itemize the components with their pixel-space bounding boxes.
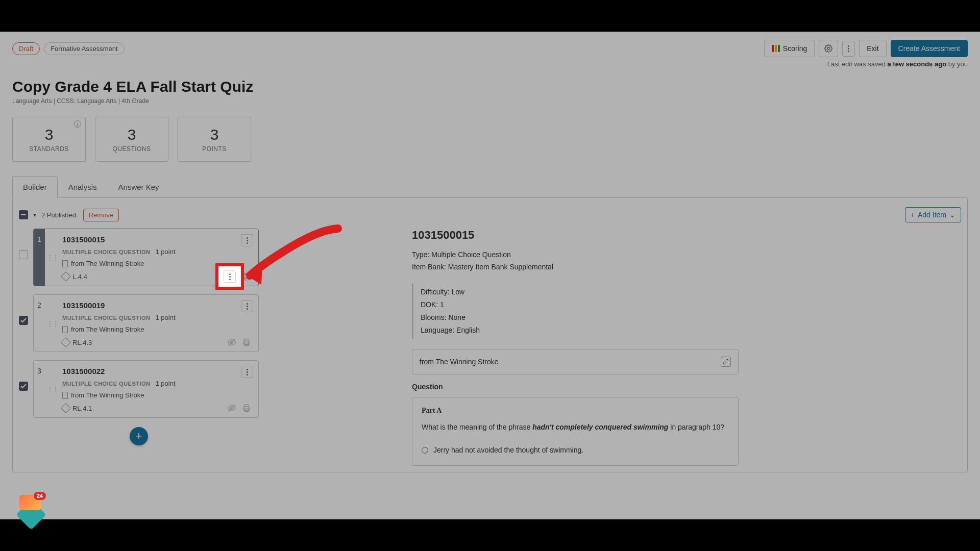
last-edit-status: Last edit was saved a few seconds ago by… [0,57,980,68]
detail-bank: Item Bank: Mastery Item Bank Supplementa… [412,261,739,273]
published-count: 2 Published: [41,211,78,219]
info-icon[interactable]: i [74,120,81,128]
detail-type: Type: Multiple Choice Question [412,249,739,261]
items-column: 1 ⋮⋮ 1031500015 MULTIPLE CHOICE QUESTION… [19,229,259,441]
item-checkbox[interactable] [19,382,28,391]
tag-icon [61,271,71,282]
item-standard: RL.4.1 [72,405,92,412]
annotation-highlight-box [215,263,244,290]
status-badges: Draft Formative Assessment [12,42,125,55]
add-item-label: Add Item [918,211,946,219]
item-row: 2 ⋮⋮ 1031500019 MULTIPLE CHOICE QUESTION… [19,294,259,352]
item-number: 3 [34,361,45,417]
item-body: 1031500019 MULTIPLE CHOICE QUESTION 1 po… [45,295,258,352]
item-type: MULTIPLE CHOICE QUESTION [62,381,151,387]
print-icon[interactable] [242,338,251,346]
top-toolbar: Draft Formative Assessment Scoring Exit … [0,32,980,57]
chat-widget[interactable]: 24 [19,495,41,510]
scoring-bars-icon [772,45,780,52]
item-source: from The Winning Stroke [71,325,144,333]
tag-icon [61,403,71,413]
page-subtitle: Language Arts | CCSS: Language Arts | 4t… [12,97,968,105]
tabs: Builder Analysis Answer Key [0,162,980,198]
letterbox-top [0,0,980,32]
plus-icon: + [911,211,915,219]
scoring-button[interactable]: Scoring [764,40,815,57]
stat-value: 3 [45,126,54,143]
drag-handle-icon[interactable]: ⋮⋮ [47,254,58,261]
formative-badge: Formative Assessment [44,42,125,55]
stat-value: 3 [128,126,136,143]
drag-handle-icon[interactable]: ⋮⋮ [47,320,58,327]
expand-icon[interactable] [721,357,731,367]
more-vertical-icon [848,45,849,52]
add-fab[interactable]: + [130,427,148,445]
item-source: from The Winning Stroke [71,391,144,399]
item-checkbox[interactable] [19,250,28,259]
detail-panel: 1031500015 Type: Multiple Choice Questio… [412,229,739,466]
item-id: 1031500022 [62,367,251,375]
add-item-button[interactable]: + Add Item ⌄ [905,207,961,222]
chevron-down-icon: ⌄ [949,211,955,219]
letterbox-bottom [0,519,980,551]
item-standard: L.4.4 [72,273,87,281]
title-section: Copy Grade 4 ELA Fall Start Quiz Languag… [0,68,980,107]
item-menu-button[interactable] [241,300,253,312]
item-id: 1031500019 [62,301,251,310]
bulk-select-checkbox[interactable] [19,210,28,219]
item-source: from The Winning Stroke [71,260,144,267]
eye-off-icon[interactable] [227,338,237,346]
item-body: 1031500022 MULTIPLE CHOICE QUESTION 1 po… [45,361,258,417]
attr-dok: DOK: 1 [421,298,739,311]
tab-builder[interactable]: Builder [12,176,58,198]
tab-answer-key[interactable]: Answer Key [108,176,170,198]
chevron-down-icon[interactable]: ▾ [33,211,36,218]
plus-icon: + [136,430,142,443]
stat-points[interactable]: 3 POINTS [178,117,251,162]
item-points: 1 point [156,380,176,387]
stats-row: i 3 STANDARDS 3 QUESTIONS 3 POINTS [0,107,980,162]
exit-button[interactable]: Exit [859,40,886,57]
eye-off-icon[interactable] [227,404,237,412]
app-frame: Draft Formative Assessment Scoring Exit … [0,32,980,519]
more-vertical-icon [247,369,248,375]
more-vertical-icon [247,303,248,310]
question-box: Part A What is the meaning of the phrase… [412,397,739,466]
chat-badge: 24 [34,492,46,500]
create-assessment-button[interactable]: Create Assessment [891,40,968,57]
settings-button[interactable] [819,40,838,57]
toolbar-actions: Scoring Exit Create Assessment [764,40,968,57]
radio-icon [422,447,428,454]
print-icon[interactable] [242,404,251,412]
remove-button[interactable]: Remove [83,209,119,221]
drag-handle-icon[interactable]: ⋮⋮ [47,386,58,393]
tab-analysis[interactable]: Analysis [58,176,108,198]
answer-text: Jerry had not avoided the thought of swi… [433,446,583,454]
item-number: 2 [34,295,45,352]
stat-standards[interactable]: i 3 STANDARDS [12,117,86,162]
tag-icon [61,337,71,347]
item-type: MULTIPLE CHOICE QUESTION [62,249,151,255]
detail-attributes: Difficulty: Low DOK: 1 Blooms: None Lang… [412,284,739,339]
document-icon [62,260,68,267]
workspace-panel: ▾ 2 Published: Remove + Add Item ⌄ 1 ⋮⋮ [12,197,968,472]
highlighted-menu-button[interactable] [224,270,236,283]
item-card[interactable]: 2 ⋮⋮ 1031500019 MULTIPLE CHOICE QUESTION… [33,294,259,352]
annotation-arrow [241,224,348,301]
item-card[interactable]: 3 ⋮⋮ 1031500022 MULTIPLE CHOICE QUESTION… [33,360,259,418]
answer-option[interactable]: Jerry had not avoided the thought of swi… [422,444,729,456]
content-row: 1 ⋮⋮ 1031500015 MULTIPLE CHOICE QUESTION… [19,229,961,466]
document-icon [62,392,68,399]
stat-questions[interactable]: 3 QUESTIONS [95,117,168,162]
more-menu-button[interactable] [842,41,855,57]
item-id: 1031500015 [62,235,251,244]
card-actions [227,338,251,346]
item-points: 1 point [156,248,176,256]
item-row: 3 ⋮⋮ 1031500022 MULTIPLE CHOICE QUESTION… [19,360,259,418]
more-vertical-icon [229,273,231,280]
item-checkbox[interactable] [19,316,28,325]
svg-point-0 [827,47,829,49]
item-menu-button[interactable] [241,366,253,378]
attr-language: Language: English [421,324,739,337]
list-toolbar: ▾ 2 Published: Remove + Add Item ⌄ [19,204,961,229]
